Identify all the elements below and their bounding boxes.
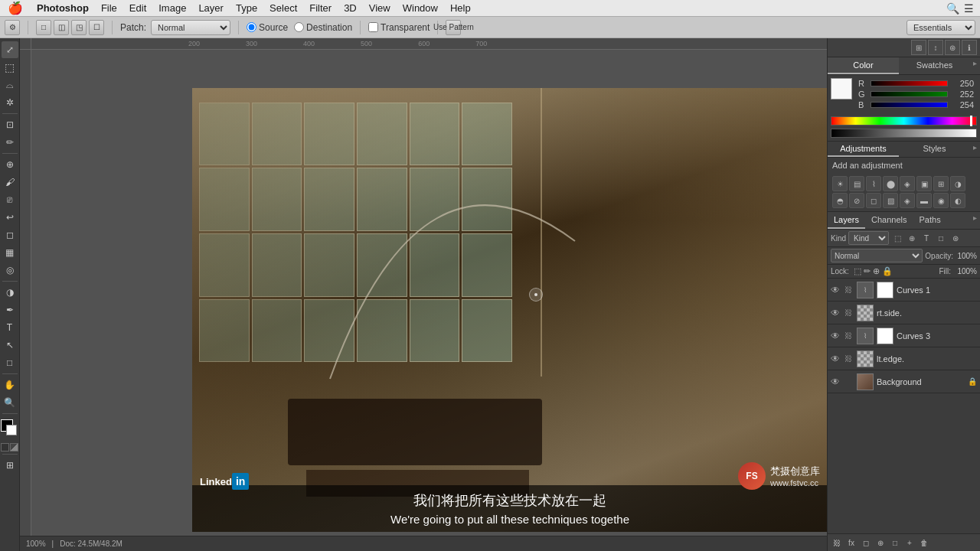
selective-color-adj-icon[interactable]: ◉ xyxy=(933,193,949,208)
layer-row-background[interactable]: 👁 Background 🔒 xyxy=(828,370,980,393)
clone-tool[interactable]: ⎚ xyxy=(2,191,18,208)
color-swatch-large[interactable] xyxy=(831,78,852,99)
layer-chain-ltedge[interactable]: ⛓ xyxy=(844,354,854,363)
eraser-tool[interactable]: ◻ xyxy=(2,227,18,243)
eyedropper-tool[interactable]: ✏ xyxy=(2,134,18,151)
brightness-adj-icon[interactable]: ☀ xyxy=(832,176,848,191)
panel-icon-info[interactable]: ℹ xyxy=(962,40,977,55)
panel-icon-2[interactable]: ↕ xyxy=(928,40,943,55)
lock-move-icon[interactable]: ⊕ xyxy=(873,266,880,276)
background-color[interactable] xyxy=(6,425,17,435)
gradient-tool[interactable]: ▦ xyxy=(2,244,18,261)
layers-icon-smart[interactable]: ⊛ xyxy=(949,232,962,244)
layer-row-ltedge[interactable]: 👁 ⛓ lt.edge. xyxy=(828,347,980,370)
type-tool[interactable]: T xyxy=(2,319,18,336)
curves-adj-icon[interactable]: ⌇ xyxy=(866,176,881,191)
colorbalance-adj-icon[interactable]: ⊞ xyxy=(933,176,949,191)
workspace-select[interactable]: Essentials xyxy=(906,20,975,35)
menu-image[interactable]: Image xyxy=(152,0,192,17)
tab-paths[interactable]: Paths xyxy=(913,212,947,229)
menu-select[interactable]: Select xyxy=(263,0,303,17)
adj-panel-collapse[interactable]: ▸ xyxy=(970,142,980,157)
layer-chain-curves1[interactable]: ⛓ xyxy=(844,285,854,294)
history-brush[interactable]: ↩ xyxy=(2,209,18,226)
patch-mode-select[interactable]: Normal Content-Aware xyxy=(151,20,230,35)
menu-help[interactable]: Help xyxy=(444,0,477,17)
fg-bg-colors[interactable] xyxy=(1,419,19,438)
destination-radio[interactable]: Destination xyxy=(294,22,352,33)
lock-transparent-icon[interactable]: ⬚ xyxy=(854,266,861,276)
levels-adj-icon[interactable]: ▤ xyxy=(849,176,864,191)
b-bar-container[interactable] xyxy=(871,102,948,108)
tab-adjustments[interactable]: Adjustments xyxy=(828,142,899,157)
tab-layers[interactable]: Layers xyxy=(828,212,865,229)
transparent-checkbox[interactable]: Transparent xyxy=(368,22,430,33)
layer-row-rtside[interactable]: 👁 ⛓ rt.side. xyxy=(828,302,980,324)
blend-mode-select[interactable]: Normal Multiply Screen xyxy=(831,249,923,262)
r-bar-container[interactable] xyxy=(871,80,948,86)
screen-mode-btn[interactable]: ⊞ xyxy=(2,457,18,474)
threshold-adj-icon[interactable]: ◈ xyxy=(900,193,915,208)
lasso-tool[interactable]: ⌓ xyxy=(2,77,18,93)
menu-view[interactable]: View xyxy=(363,0,397,17)
exposure-adj-icon[interactable]: ⬤ xyxy=(883,176,898,191)
posterize-adj-icon[interactable]: ▧ xyxy=(883,193,898,208)
pen-tool[interactable]: ✒ xyxy=(2,302,18,318)
source-radio[interactable]: Source xyxy=(247,22,288,33)
layer-chain-curves3[interactable]: ⛓ xyxy=(844,331,854,340)
delete-layer-btn[interactable]: 🗑 xyxy=(918,536,930,549)
tab-swatches[interactable]: Swatches xyxy=(899,57,970,74)
add-style-btn[interactable]: fx xyxy=(845,536,858,549)
color-panel-collapse[interactable]: ▸ xyxy=(970,57,980,74)
healing-brush-tool[interactable]: ⊕ xyxy=(2,156,18,173)
lock-all-icon[interactable]: 🔒 xyxy=(882,266,893,276)
path-select-tool[interactable]: ↖ xyxy=(2,337,18,354)
panel-icon-1[interactable]: ⊞ xyxy=(911,40,926,55)
channel-mixer-adj-icon[interactable]: ⊘ xyxy=(849,193,864,208)
new-group-btn[interactable]: □ xyxy=(889,536,901,549)
menu-filter[interactable]: Filter xyxy=(303,0,338,17)
brush-tool[interactable]: 🖌 xyxy=(2,174,18,191)
canvas-btn1[interactable]: □ xyxy=(36,20,51,35)
color-bw-bar[interactable] xyxy=(831,129,977,138)
layer-kind-select[interactable]: Kind Name Effect xyxy=(848,231,889,245)
hand-tool[interactable]: ✋ xyxy=(2,377,18,393)
search-icon[interactable]: 🔍 xyxy=(946,2,959,15)
quick-mask-icon[interactable] xyxy=(10,443,18,452)
apple-menu[interactable]: 🍎 xyxy=(0,1,31,15)
color-spectrum[interactable] xyxy=(831,116,977,126)
shape-tool[interactable]: □ xyxy=(2,354,18,371)
link-layers-btn[interactable]: ⛓ xyxy=(831,536,843,549)
add-mask-btn[interactable]: ◻ xyxy=(860,536,872,549)
layer-visibility-ltedge[interactable]: 👁 xyxy=(831,354,841,364)
menu-edit[interactable]: Edit xyxy=(123,0,152,17)
dodge-tool[interactable]: ◑ xyxy=(2,284,18,301)
lock-paint-icon[interactable]: ✏ xyxy=(864,266,871,276)
canvas-btn4[interactable]: ☐ xyxy=(89,20,104,35)
layer-visibility-rtside[interactable]: 👁 xyxy=(831,308,841,318)
tool-preset-btn[interactable]: ⚙ xyxy=(5,20,20,35)
magic-wand-tool[interactable]: ✲ xyxy=(2,94,18,111)
hsl-adj-icon[interactable]: ▣ xyxy=(916,176,932,191)
layer-visibility-background[interactable]: 👁 xyxy=(831,377,841,387)
zoom-tool[interactable]: 🔍 xyxy=(2,394,18,411)
menu-window[interactable]: Window xyxy=(397,0,444,17)
menu-type[interactable]: Type xyxy=(230,0,263,17)
new-layer-btn[interactable]: + xyxy=(903,536,916,549)
blur-tool[interactable]: ◎ xyxy=(2,262,18,279)
standard-mode-icon[interactable] xyxy=(1,443,9,452)
tab-channels[interactable]: Channels xyxy=(865,212,913,229)
list-icon[interactable]: ☰ xyxy=(964,2,974,15)
invert-adj-icon[interactable]: ◻ xyxy=(866,193,881,208)
layers-icon-adjust[interactable]: ⊕ xyxy=(906,232,918,244)
g-bar-container[interactable] xyxy=(871,91,948,97)
use-pattern-btn[interactable]: Use Pattern xyxy=(446,20,461,35)
layer-visibility-curves3[interactable]: 👁 xyxy=(831,331,841,341)
canvas-image[interactable]: 我们将把所有这些技术放在一起 We're going to put all th… xyxy=(192,88,827,532)
new-adj-layer-btn[interactable]: ⊕ xyxy=(874,536,887,549)
menu-file[interactable]: File xyxy=(95,0,123,17)
bw-adj-icon[interactable]: ◑ xyxy=(950,176,965,191)
layer-visibility-curves1[interactable]: 👁 xyxy=(831,285,841,295)
marquee-tool[interactable]: ⬚ xyxy=(2,59,18,76)
layers-icon-pixel[interactable]: ⬚ xyxy=(891,232,903,244)
